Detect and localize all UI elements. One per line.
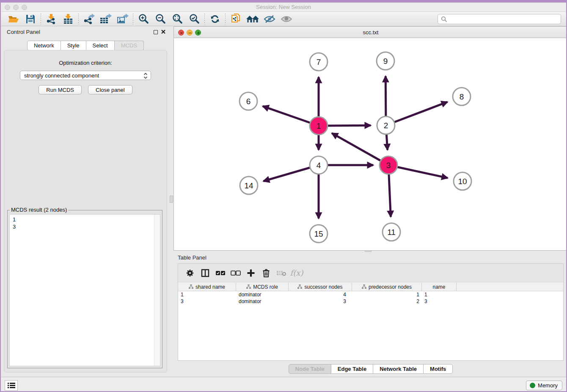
export-image-button[interactable] [114,13,131,25]
network-close-button[interactable] [178,30,184,36]
export-network-button[interactable] [80,13,97,25]
mcds-result-group: MCDS result (2 nodes) 1 3 [7,210,162,368]
deselect-all-columns-button[interactable] [228,266,243,280]
run-mcds-button[interactable]: Run MCDS [39,85,82,94]
network-window-titlebar[interactable]: scc.txt [174,27,567,38]
open-session-button[interactable] [5,13,22,25]
status-bar: Memory [1,377,566,392]
window-minimize-button[interactable] [13,5,19,10]
import-network-icon [46,14,57,25]
zoom-fit-icon [172,14,183,25]
show-all-button[interactable] [278,13,295,25]
zoom-selected-button[interactable] [186,13,203,25]
columns-icon [201,269,209,277]
network-maximize-button[interactable] [195,30,201,36]
graph-node-label: 4 [317,161,321,170]
tab-mcds[interactable]: MCDS [115,41,144,50]
hierarchy-icon [189,284,193,289]
add-row-button[interactable] [243,266,259,280]
graph-node-label: 2 [384,121,388,130]
refresh-view-button[interactable] [206,13,223,25]
control-panel-title: Control Panel [7,29,40,35]
zoom-in-button[interactable] [135,13,152,25]
table-frame: f(x) shared name MCDS role successor nod… [178,263,564,361]
tab-edge-table[interactable]: Edge Table [331,364,373,374]
table-row[interactable]: 1 dominator 4 1 1 [178,291,563,298]
cell-name: 1 [422,291,457,298]
network-window: scc.txt 1234678910111415 [173,26,567,251]
cell-successor-nodes: 4 [289,291,352,298]
hierarchy-icon [297,284,302,289]
refresh-icon [209,14,220,25]
graph-node-label: 6 [246,97,251,106]
graph-node-label: 14 [244,181,253,190]
split-columns-button[interactable] [198,266,213,280]
tab-network[interactable]: Network [27,41,61,50]
trash-icon [262,269,270,277]
import-table-icon [63,14,74,25]
delete-table-button[interactable] [274,266,289,280]
export-table-button[interactable] [97,13,114,25]
edge-2-8[interactable] [386,102,447,125]
close-panel-button[interactable]: Close panel [88,85,132,94]
mcds-result-text: 1 3 [10,215,160,230]
table-row[interactable]: 3 dominator 3 2 3 [178,298,563,305]
column-header-mcds-role[interactable]: MCDS role [236,283,289,291]
network-graph[interactable]: 1234678910111415 [174,38,567,250]
search-input[interactable] [438,14,561,24]
tab-node-table[interactable]: Node Table [289,364,331,374]
network-minimize-button[interactable] [187,30,193,36]
task-history-button[interactable] [5,380,18,391]
delete-row-button[interactable] [259,266,274,280]
tab-motifs[interactable]: Motifs [424,364,453,374]
graph-node-label: 15 [314,229,323,238]
control-panel-tabs: Network Style Select MCDS [1,41,170,50]
graph-node-label: 8 [460,92,464,101]
network-canvas[interactable]: 1234678910111415 [174,38,567,250]
main-toolbar [1,12,566,26]
tab-network-table[interactable]: Network Table [373,364,424,374]
table-settings-button[interactable] [182,266,198,280]
float-panel-icon[interactable] [154,30,158,34]
window-close-button[interactable] [5,5,10,10]
zoom-out-icon [155,14,166,25]
gear-icon [186,269,194,277]
first-neighbors-button[interactable] [244,13,261,25]
column-header-successor-nodes[interactable]: successor nodes [289,283,352,291]
tab-select[interactable]: Select [86,41,115,50]
zoom-in-icon [138,14,149,25]
cell-mcds-role: dominator [236,291,289,298]
table-panel-tabs: Node Table Edge Table Network Table Moti… [173,364,567,374]
apply-function-button[interactable]: f(x) [289,266,304,280]
column-header-name[interactable]: name [422,283,457,291]
chevron-up-down-icon [143,72,148,81]
select-all-columns-button[interactable] [213,266,228,280]
import-table-button[interactable] [60,13,77,25]
import-network-button[interactable] [43,13,60,25]
fx-icon: f(x) [290,268,303,277]
window-zoom-button[interactable] [22,5,27,10]
close-panel-icon[interactable] [161,29,166,34]
result-scrollbar[interactable] [154,215,160,366]
vertical-splitter-handle[interactable] [170,196,173,203]
zoom-out-button[interactable] [152,13,169,25]
toolbar-separator [133,14,133,25]
edge-3-1[interactable] [332,133,388,165]
zoom-fit-button[interactable] [169,13,186,25]
clone-network-button[interactable] [227,13,244,25]
node-table[interactable]: shared name MCDS role successor nodes pr… [178,283,563,360]
mcds-result-textarea[interactable]: 1 3 [9,214,160,366]
graph-node-label: 9 [383,57,388,66]
memory-button[interactable]: Memory [526,381,562,390]
hide-selected-button[interactable] [261,13,278,25]
toolbar-separator [225,14,226,25]
toolbar-separator [78,14,79,25]
column-header-shared-name[interactable]: shared name [178,283,236,291]
search-icon [441,16,447,22]
main-titlebar: Session: New Session [0,3,567,12]
checked-boxes-icon [215,270,226,276]
criterion-dropdown[interactable]: strongly connected component [20,71,151,80]
column-header-predecessor-nodes[interactable]: predecessor nodes [352,283,422,291]
tab-style[interactable]: Style [61,41,86,50]
save-session-button[interactable] [22,13,39,25]
